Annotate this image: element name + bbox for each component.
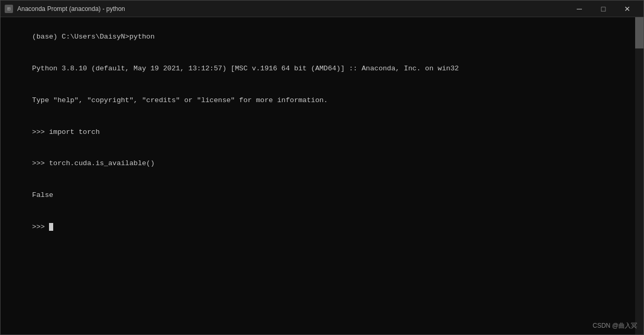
cursor [49, 223, 53, 231]
anaconda-window: ⊞ Anaconda Prompt (anaconda) - python ─ … [0, 0, 644, 335]
title-bar: ⊞ Anaconda Prompt (anaconda) - python ─ … [1, 1, 643, 17]
window-icon: ⊞ [5, 5, 13, 13]
terminal-output: (base) C:\Users\DaisyN>python Python 3.8… [7, 21, 637, 243]
watermark: CSDN @曲入冥 [592, 321, 637, 330]
terminal-prompt: >>> [32, 223, 49, 231]
maximize-button[interactable]: □ [591, 1, 615, 17]
terminal-line-3: Type "help", "copyright", "credits" or "… [32, 96, 328, 104]
title-bar-controls: ─ □ ✕ [567, 1, 639, 17]
terminal-line-5: >>> torch.cuda.is_available() [32, 159, 155, 167]
scrollbar[interactable] [635, 17, 643, 334]
terminal-line-4: >>> import torch [32, 128, 100, 136]
window-icon-symbol: ⊞ [7, 6, 10, 12]
terminal-line-2: Python 3.8.10 (default, May 19 2021, 13:… [32, 65, 459, 72]
terminal-body[interactable]: (base) C:\Users\DaisyN>python Python 3.8… [1, 17, 643, 334]
terminal-line-6: False [32, 191, 54, 199]
window-title: Anaconda Prompt (anaconda) - python [17, 5, 125, 13]
terminal-line-1: (base) C:\Users\DaisyN>python [32, 33, 155, 41]
scrollbar-thumb[interactable] [635, 17, 643, 48]
close-button[interactable]: ✕ [615, 1, 639, 17]
title-bar-left: ⊞ Anaconda Prompt (anaconda) - python [5, 5, 125, 13]
minimize-button[interactable]: ─ [567, 1, 591, 17]
